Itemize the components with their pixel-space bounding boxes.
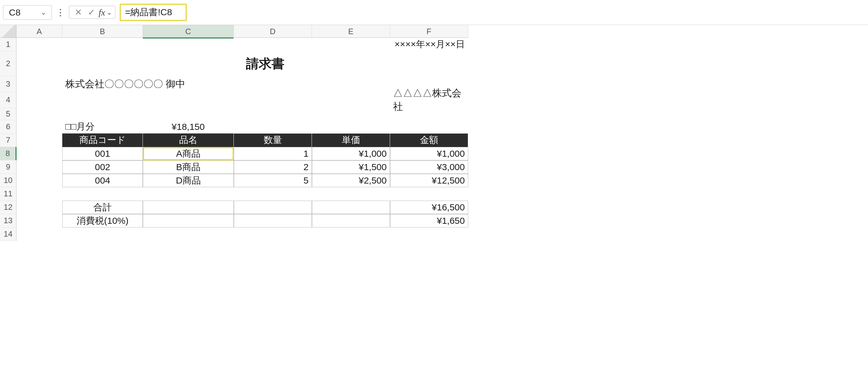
formula-bar: C8 ⌄ ⋮ ✕ ✓ fx ⌄ =納品書!C8 (0, 0, 868, 25)
cell-name[interactable]: D商品 (143, 174, 234, 187)
cell-code[interactable]: 002 (62, 160, 143, 174)
select-all-corner[interactable] (0, 25, 17, 38)
row-header-9[interactable]: 9 (0, 160, 17, 174)
separator: ⋮ (56, 7, 65, 18)
cell[interactable] (312, 201, 390, 214)
cell-qty[interactable]: 2 (234, 160, 312, 174)
sender[interactable]: △△△△株式会社 (390, 92, 468, 108)
cell-date[interactable]: ××××年××月××日 (390, 38, 468, 51)
cell-qty[interactable]: 1 (234, 147, 312, 160)
cell[interactable] (17, 76, 62, 92)
row-header-5[interactable]: 5 (0, 108, 17, 120)
sum-label[interactable]: 合計 (62, 201, 143, 214)
cell[interactable] (17, 134, 62, 147)
cell[interactable] (234, 201, 312, 214)
cell[interactable] (62, 228, 468, 241)
cell[interactable] (17, 51, 62, 76)
cell[interactable] (17, 38, 62, 51)
col-header-D[interactable]: D (234, 25, 312, 38)
tax-value[interactable]: ¥1,650 (390, 214, 468, 228)
row-header-12[interactable]: 12 (0, 201, 17, 214)
col-header-C[interactable]: C (143, 25, 234, 38)
col-header-B[interactable]: B (62, 25, 143, 38)
cell[interactable] (62, 187, 468, 201)
cell[interactable] (234, 120, 312, 134)
cell[interactable] (312, 120, 390, 134)
cell[interactable] (312, 214, 390, 228)
cell[interactable] (17, 228, 62, 241)
row-header-11[interactable]: 11 (0, 187, 17, 201)
cell-name[interactable]: B商品 (143, 160, 234, 174)
cell-code[interactable]: 004 (62, 174, 143, 187)
total-display[interactable]: ¥18,150 (143, 120, 234, 134)
cell-amount[interactable]: ¥12,500 (390, 174, 468, 187)
th-qty[interactable]: 数量 (234, 134, 312, 147)
cell-amount[interactable]: ¥1,000 (390, 147, 468, 160)
chevron-down-icon: ⌄ (106, 8, 112, 16)
cell[interactable] (62, 108, 468, 120)
grid: 1 ××××年××月××日 2 請求書 3 株式会社〇〇〇〇〇〇 御中 4 △△… (0, 38, 868, 241)
cell[interactable] (17, 174, 62, 187)
doc-title[interactable]: 請求書 (62, 51, 468, 76)
check-icon[interactable]: ✓ (86, 7, 97, 18)
cell[interactable] (143, 201, 234, 214)
col-header-E[interactable]: E (312, 25, 390, 38)
th-amount[interactable]: 金額 (390, 134, 468, 147)
month-label[interactable]: □□月分 (62, 120, 143, 134)
row-header-6[interactable]: 6 (0, 120, 17, 134)
col-header-F[interactable]: F (390, 25, 468, 38)
cell[interactable] (17, 214, 62, 228)
formula-controls: ✕ ✓ fx ⌄ (69, 6, 115, 19)
row-header-8[interactable]: 8 (0, 147, 17, 160)
sum-value[interactable]: ¥16,500 (390, 201, 468, 214)
row-header-4[interactable]: 4 (0, 92, 17, 108)
cancel-icon[interactable]: ✕ (72, 7, 84, 18)
cell[interactable] (234, 214, 312, 228)
name-box-text: C8 (9, 7, 21, 18)
row-header-14[interactable]: 14 (0, 228, 17, 241)
chevron-down-icon: ⌄ (40, 8, 46, 16)
formula-input[interactable]: =納品書!C8 (120, 4, 187, 21)
recipient[interactable]: 株式会社〇〇〇〇〇〇 御中 (62, 76, 312, 92)
th-name[interactable]: 品名 (143, 134, 234, 147)
cell[interactable] (17, 120, 62, 134)
cell[interactable] (17, 92, 62, 108)
row-header-2[interactable]: 2 (0, 51, 17, 76)
cell[interactable] (17, 147, 62, 160)
cell[interactable] (17, 108, 62, 120)
row-header-3[interactable]: 3 (0, 76, 17, 92)
th-code[interactable]: 商品コード (62, 134, 143, 147)
row-header-1[interactable]: 1 (0, 38, 17, 51)
cell-amount[interactable]: ¥3,000 (390, 160, 468, 174)
cell[interactable] (17, 201, 62, 214)
cell-unit[interactable]: ¥1,000 (312, 147, 390, 160)
row-header-13[interactable]: 13 (0, 214, 17, 228)
cell[interactable] (312, 76, 390, 92)
active-cell-C8[interactable]: A商品 (143, 147, 234, 160)
fx-icon[interactable]: fx (99, 7, 105, 18)
cell[interactable] (17, 160, 62, 174)
cell[interactable] (62, 38, 390, 51)
row-header-10[interactable]: 10 (0, 174, 17, 187)
cell-code[interactable]: 001 (62, 147, 143, 160)
tax-label[interactable]: 消費税(10%) (62, 214, 143, 228)
cell[interactable] (390, 120, 468, 134)
cell-qty[interactable]: 5 (234, 174, 312, 187)
cell[interactable] (143, 214, 234, 228)
th-unit[interactable]: 単価 (312, 134, 390, 147)
cell[interactable] (17, 187, 62, 201)
col-header-A[interactable]: A (17, 25, 62, 38)
column-headers: A B C D E F (17, 25, 868, 38)
cell[interactable] (62, 92, 390, 108)
name-box[interactable]: C8 ⌄ (3, 5, 52, 20)
cell-unit[interactable]: ¥2,500 (312, 174, 390, 187)
cell-unit[interactable]: ¥1,500 (312, 160, 390, 174)
row-header-7[interactable]: 7 (0, 134, 17, 147)
